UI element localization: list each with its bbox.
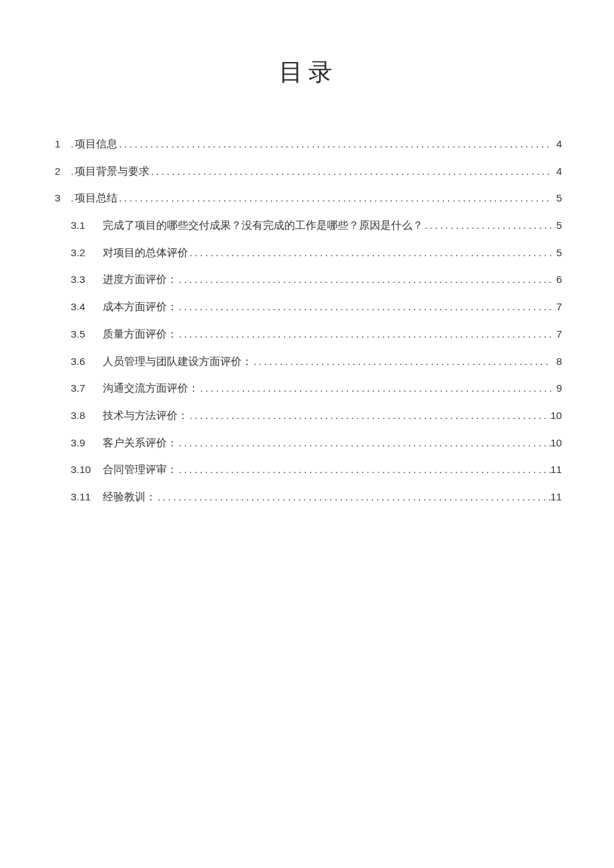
toc-leader [199, 381, 551, 396]
toc-entry-sub: 3.4 成本方面评价： 7 [55, 300, 562, 314]
toc-entry-sub: 3.1 完成了项目的哪些交付成果？没有完成的工作是哪些？原因是什么？ 5 [55, 218, 562, 233]
toc-entry-sub: 3.7 沟通交流方面评价： 9 [55, 381, 562, 396]
toc-page: 5 [551, 191, 562, 205]
toc-number: 3.6 [71, 354, 103, 369]
toc-entry-sub: 3.3 进度方面评价： 6 [55, 272, 562, 287]
page-title: 目录 [55, 56, 562, 89]
toc-leader [178, 272, 551, 287]
table-of-contents: 1 . 项目信息 4 2 . 项目背景与要求 4 3 . 项目总结 5 3.1 … [55, 137, 562, 504]
toc-number: 3.11 [71, 490, 103, 504]
document-page: 目录 1 . 项目信息 4 2 . 项目背景与要求 4 3 . 项目总结 5 [0, 0, 614, 504]
toc-label: 项目背景与要求 [75, 164, 149, 179]
toc-page: 10 [551, 408, 562, 423]
toc-entry-sub: 3.6 人员管理与团队建设方面评价： 8 [55, 354, 562, 369]
toc-entry-main: 2 . 项目背景与要求 4 [55, 164, 562, 179]
toc-number: 3.3 [71, 272, 103, 287]
toc-leader [156, 490, 551, 504]
toc-leader [252, 354, 551, 369]
toc-entry-main: 3 . 项目总结 5 [55, 191, 562, 205]
toc-page: 9 [551, 381, 562, 396]
toc-page: 5 [551, 246, 562, 260]
toc-page: 11 [551, 462, 562, 477]
toc-page: 4 [551, 164, 562, 179]
toc-number: 1 [55, 137, 71, 151]
toc-leader [188, 408, 551, 423]
toc-leader [178, 462, 551, 477]
toc-leader [178, 327, 551, 342]
toc-leader [149, 164, 551, 179]
toc-number: 3.1 [71, 218, 103, 233]
toc-leader [423, 218, 551, 233]
toc-label: 经验教训： [103, 490, 156, 504]
toc-label: 人员管理与团队建设方面评价： [103, 354, 252, 369]
toc-label: 对项目的总体评价 [103, 246, 188, 260]
toc-label: 质量方面评价： [103, 327, 178, 342]
toc-page: 5 [551, 218, 562, 233]
toc-page: 8 [551, 354, 562, 369]
toc-label: 成本方面评价： [103, 300, 178, 314]
toc-leader [117, 137, 551, 151]
toc-label: 项目信息 [75, 137, 117, 151]
toc-page: 7 [551, 327, 562, 342]
toc-number: 3.4 [71, 300, 103, 314]
toc-number: 3.5 [71, 327, 103, 342]
toc-number: 3.8 [71, 408, 103, 423]
toc-number: 3.7 [71, 381, 103, 396]
toc-number: 3.10 [71, 462, 103, 477]
toc-page: 10 [551, 436, 562, 450]
toc-label: 技术与方法评价： [103, 408, 188, 423]
toc-entry-sub: 3.11 经验教训： 11 [55, 490, 562, 504]
toc-entry-sub: 3.5 质量方面评价： 7 [55, 327, 562, 342]
toc-page: 6 [551, 272, 562, 287]
toc-entry-sub: 3.10 合同管理评审： 11 [55, 462, 562, 477]
toc-number: 3.2 [71, 246, 103, 260]
toc-number: 2 [55, 164, 71, 179]
toc-leader [188, 246, 551, 260]
toc-label: 合同管理评审： [103, 462, 178, 477]
toc-number: 3 [55, 191, 71, 205]
toc-page: 7 [551, 300, 562, 314]
toc-page: 11 [551, 490, 562, 504]
toc-entry-sub: 3.2 对项目的总体评价 5 [55, 246, 562, 260]
toc-label: 客户关系评价： [103, 436, 178, 450]
toc-label: 进度方面评价： [103, 272, 178, 287]
toc-entry-sub: 3.8 技术与方法评价： 10 [55, 408, 562, 423]
toc-page: 4 [551, 137, 562, 151]
toc-leader [117, 191, 551, 205]
toc-label: 沟通交流方面评价： [103, 381, 199, 396]
toc-number: 3.9 [71, 436, 103, 450]
toc-leader [178, 436, 551, 450]
toc-label: 完成了项目的哪些交付成果？没有完成的工作是哪些？原因是什么？ [103, 218, 423, 233]
toc-label: 项目总结 [75, 191, 117, 205]
toc-entry-sub: 3.9 客户关系评价： 10 [55, 436, 562, 450]
toc-entry-main: 1 . 项目信息 4 [55, 137, 562, 151]
toc-leader [178, 300, 551, 314]
